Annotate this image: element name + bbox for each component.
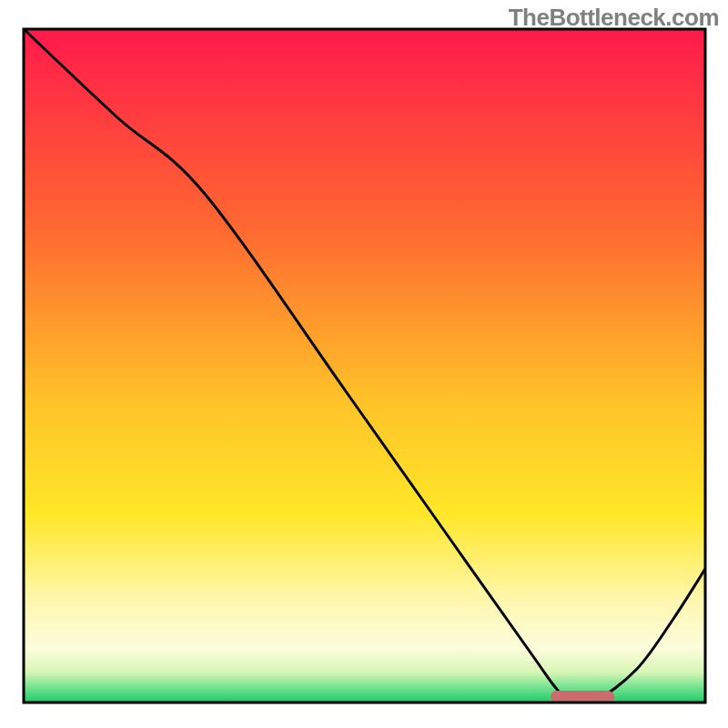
watermark-text: TheBottleneck.com bbox=[509, 4, 719, 32]
bottleneck-chart: TheBottleneck.com bbox=[0, 0, 728, 728]
gradient-background bbox=[24, 29, 705, 703]
chart-svg bbox=[0, 0, 728, 728]
